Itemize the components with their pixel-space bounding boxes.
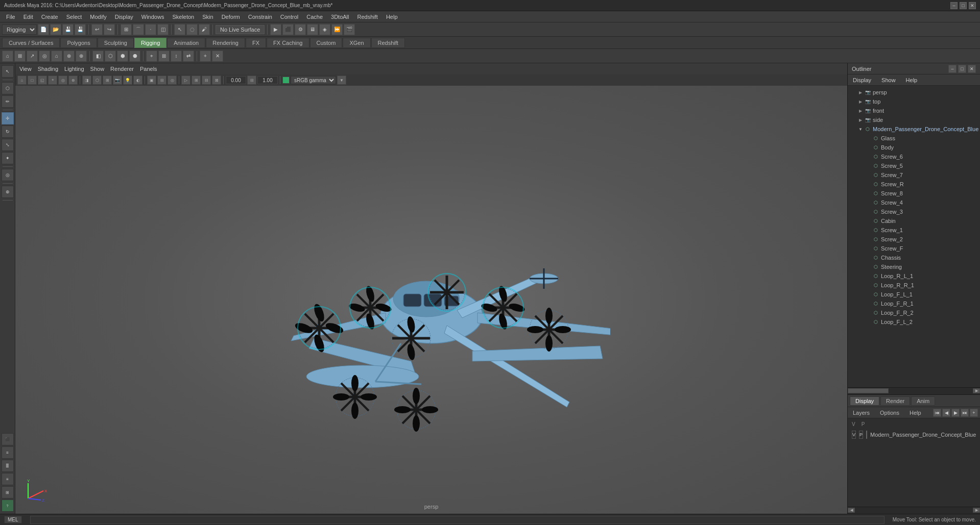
menu-skin[interactable]: Skin [198,13,217,21]
no-live-surface-btn[interactable]: No Live Surface [216,25,265,34]
menu-create[interactable]: Create [37,13,62,21]
menu-skeleton[interactable]: Skeleton [168,13,198,21]
tree-item-chassis[interactable]: ▶ ⬡ Chassis [848,253,980,262]
redo-btn[interactable]: ↪ [104,24,115,35]
vp-btn6[interactable]: ⊗ [68,76,78,85]
tree-item-screwF[interactable]: ▶ ⬡ Screw_F [848,244,980,253]
tool-cursor[interactable]: ↖ [2,65,14,78]
tree-item-loopRR1[interactable]: ▶ ⬡ Loop_R_R_1 [848,281,980,290]
bottom-right-scrollbar[interactable]: ◀ ▶ [848,507,980,514]
tool-universal[interactable]: ✦ [2,152,14,164]
outliner-menu-show[interactable]: Show [878,76,899,84]
snap-point-btn[interactable]: · [145,24,156,35]
tab-animation[interactable]: Animation [167,38,205,48]
playblast-btn[interactable]: 🎬 [344,24,355,35]
render-btn[interactable]: ▶ [270,24,281,35]
layer-v-btn-main[interactable]: V [852,431,856,439]
tb2-mesh2[interactable]: ⬡ [105,51,116,62]
tool-lasso[interactable]: ⬡ [2,82,14,94]
vp-hold-btn[interactable]: ⊠ [212,76,221,85]
tab-rendering[interactable]: Rendering [206,38,245,48]
menu-deform[interactable]: Deform [218,13,244,21]
expand-top[interactable]: ▶ [858,99,863,104]
tool-info[interactable]: ? [2,499,14,512]
menu-modify[interactable]: Modify [86,13,110,21]
bottom-sub-layers[interactable]: Layers [850,409,873,417]
tool-move[interactable]: ✛ [2,112,14,124]
tb2-btn5[interactable]: ⊗ [63,51,75,62]
tab-custom[interactable]: Custom [310,38,343,48]
bottom-nav-new[interactable]: + [970,409,978,417]
tb2-snap4[interactable]: ⇄ [183,51,194,62]
tab-sculpting[interactable]: Sculpting [98,38,134,48]
vp-wire-btn[interactable]: ⬡ [92,76,102,85]
tab-fx[interactable]: FX [246,38,266,48]
tool-layer5[interactable]: ⊞ [2,486,14,498]
script-input[interactable] [30,516,885,524]
bottom-tab-render[interactable]: Render [880,396,910,406]
tool-soft-mod[interactable]: ◎ [2,169,14,181]
vp-menu-show[interactable]: Show [90,66,105,72]
snap-surface-btn[interactable]: ◫ [157,24,169,35]
vp-btn3[interactable]: ◱ [38,76,47,85]
menu-select[interactable]: Select [62,13,86,21]
render-view-btn[interactable]: 🖥 [307,24,318,35]
vp-menu-renderer[interactable]: Renderer [110,66,134,72]
tree-item-model[interactable]: ▼ ⬡ Modern_Passenger_Drone_Concept_Blue [848,124,980,134]
vp-light-btn[interactable]: 💡 [123,76,132,85]
vp-camera-btn[interactable]: 📷 [113,76,122,85]
tree-item-loopFR2[interactable]: ▶ ⬡ Loop_F_R_2 [848,308,980,317]
vp-menu-panels[interactable]: Panels [140,66,157,72]
vp-color-btn[interactable] [282,77,290,84]
tree-item-loopFL2[interactable]: ▶ ⬡ Loop_F_L_2 [848,317,980,327]
home-btn[interactable]: ⌂ [2,51,13,62]
tab-polygons[interactable]: Polygons [60,38,97,48]
tree-item-screw5[interactable]: ▶ ⬡ Screw_5 [848,161,980,170]
render-settings-btn[interactable]: ⚙ [295,24,306,35]
outliner-menu-display[interactable]: Display [850,76,874,84]
bottom-sub-options[interactable]: Options [877,409,902,417]
tree-item-screw4[interactable]: ▶ ⬡ Screw_4 [848,198,980,207]
snap-grid-btn[interactable]: ⊞ [121,24,132,35]
tree-item-glass[interactable]: ▶ ⬡ Glass [848,134,980,143]
tool-scale[interactable]: ⤡ [2,139,14,151]
layer-p-btn-main[interactable]: P [859,431,863,439]
ipr-btn[interactable]: ⬛ [282,24,294,35]
tab-rigging[interactable]: Rigging [134,38,166,48]
bottom-nav-right1[interactable]: ▶ [951,409,960,417]
save-as-btn[interactable]: 💾 [75,24,86,35]
bottom-nav-left2[interactable]: ◀ [942,409,950,417]
save-btn[interactable]: 💾 [62,24,74,35]
tab-redshift[interactable]: Redshift [371,38,405,48]
mel-button[interactable]: MEL [4,516,22,523]
tool-layer1[interactable]: ⬛ [2,433,14,445]
vp-time-btn[interactable]: ⊞ [192,76,201,85]
tb2-snap1[interactable]: ⌖ [146,51,157,62]
tree-item-screw7[interactable]: ▶ ⬡ Screw_7 [848,170,980,180]
tool-show-manip[interactable]: ⊕ [2,186,14,198]
vp-btn4[interactable]: ⌖ [48,76,57,85]
maximize-button[interactable]: □ [960,2,967,9]
vp-menu-shading[interactable]: Shading [38,66,58,72]
menu-help[interactable]: Help [382,13,402,21]
tb2-btn6[interactable]: ⊕ [76,51,87,62]
paint-btn[interactable]: 🖌 [199,24,210,35]
vp-gamma-arrow[interactable]: ▼ [337,76,346,85]
vp-val1-btn[interactable]: ⊟ [247,76,256,85]
vp-aa-btn[interactable]: ⊟ [157,76,166,85]
menu-file[interactable]: File [2,13,19,21]
tool-rotate[interactable]: ↻ [2,126,14,138]
tb2-mesh4[interactable]: ⬣ [129,51,140,62]
tree-item-loopFR1[interactable]: ▶ ⬡ Loop_F_R_1 [848,299,980,308]
menu-redshift[interactable]: Redshift [353,13,382,21]
vp-val1-input[interactable] [226,76,246,84]
menu-constrain[interactable]: Constrain [244,13,276,21]
vp-res-btn[interactable]: ▣ [147,76,156,85]
tree-item-front[interactable]: ▶ 📷 front [848,106,980,115]
outliner-hscroll[interactable]: ▶ [848,387,980,394]
expand-front[interactable]: ▶ [858,108,863,113]
tab-fx-caching[interactable]: FX Caching [267,38,309,48]
tree-item-screw8[interactable]: ▶ ⬡ Screw_8 [848,189,980,198]
tree-item-top[interactable]: ▶ 📷 top [848,97,980,106]
vp-btn2[interactable]: □ [28,76,37,85]
